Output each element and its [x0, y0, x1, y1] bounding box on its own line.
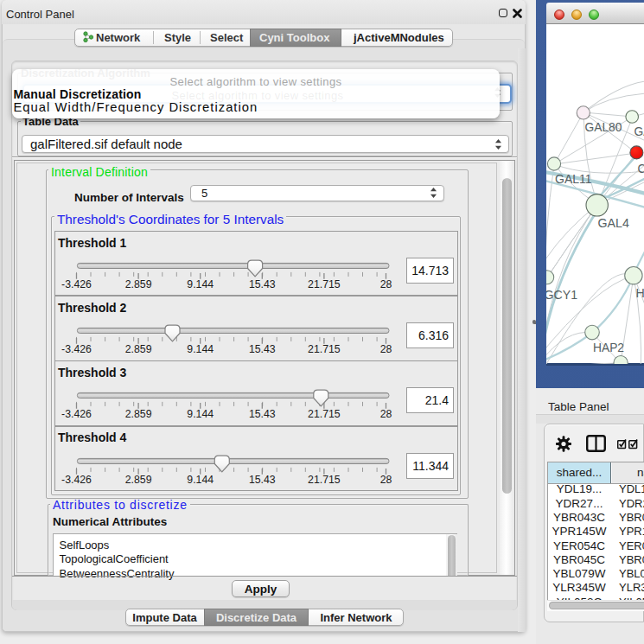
- svg-text:21.715: 21.715: [308, 343, 341, 355]
- svg-text:15.43: 15.43: [248, 474, 275, 486]
- svg-text:21.715: 21.715: [308, 409, 341, 421]
- svg-text:2.859: 2.859: [124, 474, 151, 486]
- svg-text:2.859: 2.859: [124, 343, 151, 355]
- svg-text:GAL11: GAL11: [555, 172, 592, 186]
- svg-text:28: 28: [379, 409, 392, 421]
- svg-text:-3.426: -3.426: [61, 409, 92, 421]
- svg-text:9.144: 9.144: [187, 474, 214, 486]
- svg-text:9.144: 9.144: [187, 409, 214, 421]
- svg-text:GAL80: GAL80: [585, 121, 622, 134]
- svg-text:H: H: [636, 286, 644, 300]
- svg-text:GA: GA: [634, 125, 644, 138]
- svg-text:C: C: [638, 163, 644, 175]
- svg-text:2.859: 2.859: [124, 278, 151, 290]
- svg-text:28: 28: [379, 474, 392, 486]
- svg-text:9.144: 9.144: [187, 343, 214, 355]
- svg-text:GCY1: GCY1: [546, 288, 577, 302]
- svg-text:15.43: 15.43: [248, 278, 275, 290]
- svg-text:2.859: 2.859: [124, 409, 151, 421]
- svg-text:9.144: 9.144: [187, 278, 214, 290]
- svg-text:HAP2: HAP2: [593, 341, 624, 354]
- svg-text:28: 28: [379, 278, 392, 290]
- svg-text:15.43: 15.43: [248, 343, 275, 355]
- svg-text:-3.426: -3.426: [61, 343, 92, 355]
- svg-text:GAL4: GAL4: [598, 216, 629, 230]
- svg-text:28: 28: [379, 343, 392, 355]
- svg-text:21.715: 21.715: [308, 474, 341, 486]
- svg-text:15.43: 15.43: [248, 409, 275, 421]
- svg-text:-3.426: -3.426: [61, 278, 92, 290]
- svg-text:-3.426: -3.426: [61, 474, 92, 486]
- svg-text:21.715: 21.715: [308, 278, 341, 290]
